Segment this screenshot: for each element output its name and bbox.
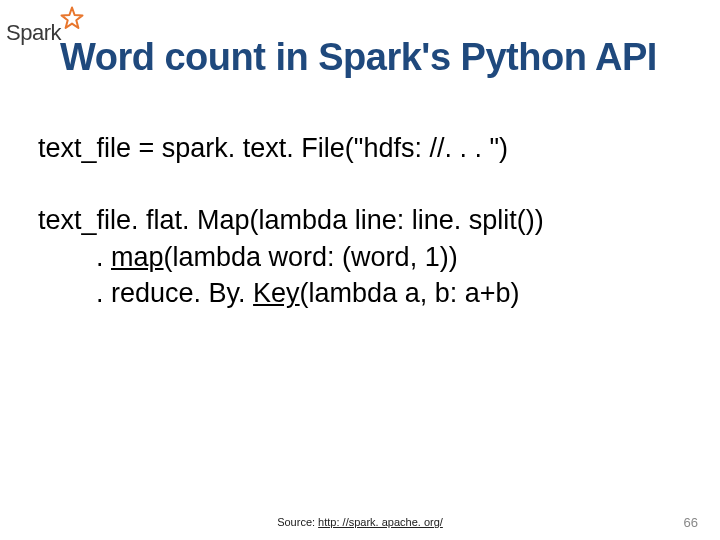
code-line-3: . map(lambda word: (word, 1)) xyxy=(38,239,544,275)
source-link[interactable]: http: //spark. apache. org/ xyxy=(318,516,443,528)
svg-marker-0 xyxy=(61,8,82,29)
code-line-1: text_file = spark. text. File("hdfs: //.… xyxy=(38,130,544,166)
page-number: 66 xyxy=(684,515,698,530)
code-line-4: . reduce. By. Key(lambda a, b: a+b) xyxy=(38,275,544,311)
star-icon xyxy=(59,6,85,36)
source-footer: Source: http: //spark. apache. org/ xyxy=(0,516,720,528)
source-label: Source: xyxy=(277,516,318,528)
spark-logo-text: Spark xyxy=(6,22,61,44)
slide-title: Word count in Spark's Python API xyxy=(60,36,657,79)
code-snippet: text_file = spark. text. File("hdfs: //.… xyxy=(38,130,544,312)
code-line-2: text_file. flat. Map(lambda line: line. … xyxy=(38,202,544,238)
